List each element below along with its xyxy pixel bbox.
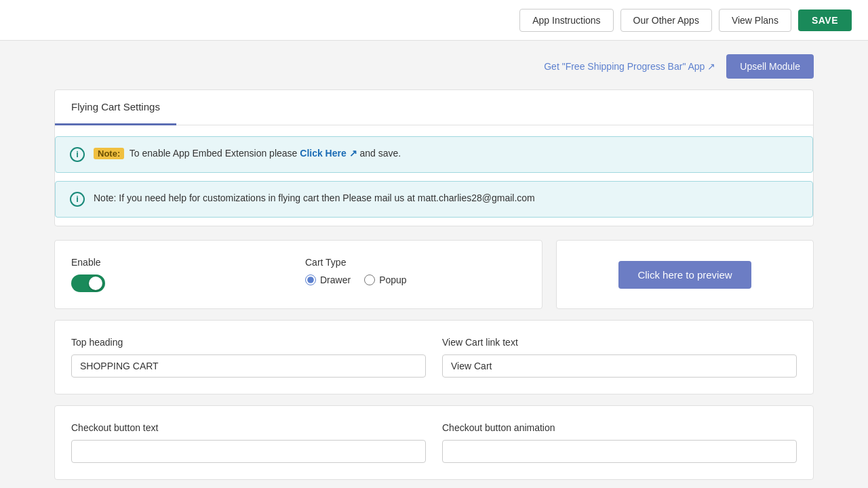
notice-embed-extension: i Note: To enable App Embed Extension pl… xyxy=(55,136,813,173)
enable-toggle[interactable] xyxy=(71,274,292,292)
enable-section: Enable xyxy=(71,257,292,292)
app-instructions-button[interactable]: App Instructions xyxy=(519,9,613,32)
enable-label: Enable xyxy=(71,257,292,268)
notice-embed-text: Note: To enable App Embed Extension plea… xyxy=(94,146,401,161)
upsell-row: Get "Free Shipping Progress Bar" App ↗ U… xyxy=(54,54,814,79)
notice-embed-before: To enable App Embed Extension please xyxy=(130,148,298,159)
checkout-animation-field: Checkout button animation xyxy=(442,422,797,463)
notice-customization-text: Note: If you need help for customization… xyxy=(94,191,535,205)
drawer-label: Drawer xyxy=(320,274,351,285)
cart-type-section: Cart Type Drawer Popup xyxy=(305,257,526,285)
drawer-radio[interactable] xyxy=(305,274,316,285)
info-icon-2: i xyxy=(69,191,85,207)
checkout-button-text-label: Checkout button text xyxy=(71,422,426,433)
enable-cart-panel: Enable Cart Type xyxy=(54,240,542,309)
click-here-link[interactable]: Click Here ↗ xyxy=(300,148,357,159)
cart-type-radio-group: Drawer Popup xyxy=(305,274,526,285)
tab-flying-cart-settings[interactable]: Flying Cart Settings xyxy=(55,90,176,125)
notice-embed-after: and save. xyxy=(360,148,401,159)
view-cart-link-label: View Cart link text xyxy=(442,337,797,348)
save-button[interactable]: SAVE xyxy=(798,9,852,31)
settings-row: Enable Cart Type xyxy=(54,240,814,309)
checkout-animation-input[interactable] xyxy=(442,440,797,463)
top-heading-input[interactable] xyxy=(71,354,426,378)
checkout-button-text-input[interactable] xyxy=(71,440,426,463)
view-cart-link-field: View Cart link text xyxy=(442,337,797,378)
preview-panel: Click here to preview xyxy=(556,240,814,309)
upsell-module-button[interactable]: Upsell Module xyxy=(726,54,814,79)
top-heading-label: Top heading xyxy=(71,337,426,348)
our-other-apps-button[interactable]: Our Other Apps xyxy=(620,9,712,32)
tabs-card: Flying Cart Settings i Note: To enable A… xyxy=(54,89,814,226)
toggle-switch[interactable] xyxy=(71,274,105,292)
toggle-track xyxy=(71,274,105,292)
info-icon: i xyxy=(69,146,85,163)
enable-cart-row: Enable Cart Type xyxy=(71,257,526,292)
popup-label: Popup xyxy=(379,274,406,285)
drawer-radio-label[interactable]: Drawer xyxy=(305,274,351,285)
note-badge: Note: xyxy=(94,148,124,159)
svg-text:i: i xyxy=(76,194,79,204)
top-heading-field: Top heading xyxy=(71,337,426,378)
tabs-header: Flying Cart Settings xyxy=(55,90,813,125)
checkout-animation-label: Checkout button animation xyxy=(442,422,797,433)
notice-customization: i Note: If you need help for customizati… xyxy=(55,181,813,218)
checkout-panel: Checkout button text Checkout button ani… xyxy=(54,405,814,480)
view-plans-button[interactable]: View Plans xyxy=(719,9,791,32)
toggle-thumb xyxy=(89,277,102,290)
notice-section: i Note: To enable App Embed Extension pl… xyxy=(55,125,813,218)
main-content: Get "Free Shipping Progress Bar" App ↗ U… xyxy=(27,41,841,488)
view-cart-link-input[interactable] xyxy=(442,354,797,378)
fields-row: Top heading View Cart link text xyxy=(71,337,797,378)
popup-radio[interactable] xyxy=(364,274,375,285)
app-header: App Instructions Our Other Apps View Pla… xyxy=(0,0,868,41)
free-shipping-link[interactable]: Get "Free Shipping Progress Bar" App ↗ xyxy=(544,61,715,72)
checkout-fields-row: Checkout button text Checkout button ani… xyxy=(71,422,797,463)
preview-button[interactable]: Click here to preview xyxy=(618,261,751,289)
text-fields-panel: Top heading View Cart link text xyxy=(54,320,814,394)
checkout-button-text-field: Checkout button text xyxy=(71,422,426,463)
svg-text:i: i xyxy=(76,149,79,159)
popup-radio-label[interactable]: Popup xyxy=(364,274,406,285)
cart-type-label: Cart Type xyxy=(305,257,526,268)
